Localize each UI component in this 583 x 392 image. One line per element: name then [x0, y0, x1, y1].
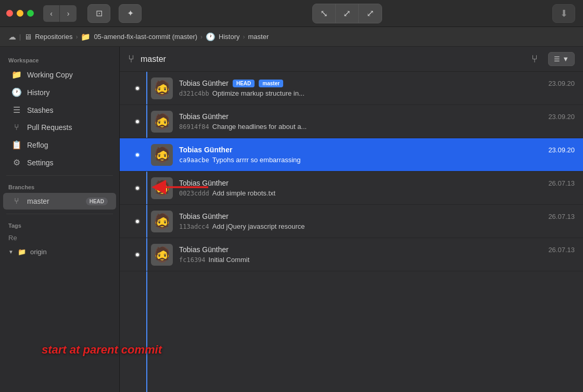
stash-icon: ☰ [11, 105, 22, 115]
branch-icon: ⑂ [11, 197, 22, 206]
reflog-icon: 📋 [11, 140, 22, 150]
timeline-dot-1 [135, 86, 140, 91]
breadcrumb-cloud[interactable]: ☁ [8, 32, 16, 42]
sidebar-item-stashes[interactable]: ☰ Stashes [3, 101, 116, 119]
fetch-button[interactable]: ⬇ [552, 4, 575, 23]
history-label: History [27, 88, 50, 97]
commit-author-1: Tobias Günther [179, 79, 229, 87]
timeline-dot-6 [135, 252, 140, 257]
commit-date-5: 26.07.13 [548, 213, 575, 220]
chevron-down-icon: ▼ [8, 249, 14, 255]
commit-detail-1: d321c4bb Optimize markup structure in... [179, 89, 575, 97]
remotes-label: Re [0, 231, 119, 245]
timeline-dot-5 [135, 219, 140, 224]
commit-message-2: Change headlines for about a... [212, 123, 307, 130]
commit-detail-5: 113adcc4 Add jQuery javascript resource [179, 223, 575, 230]
repositories-label: Repositories [35, 33, 72, 41]
workspace-section-title: Workspace [0, 53, 119, 66]
filter-button[interactable]: ☰ ▼ [548, 52, 575, 66]
commit-info-2: Tobias Günther 23.09.20 86914f84 Change … [179, 112, 575, 130]
graph-view-button[interactable]: ⑂ [527, 51, 542, 67]
titlebar: ‹ › ⊡ ✦ ⤡ ⤢ ⤢ ⬇ [0, 0, 583, 27]
magic-wand-button[interactable]: ✦ [119, 4, 142, 23]
avatar-face-2: 🧔 [153, 113, 171, 130]
stashes-label: Stashes [27, 106, 54, 114]
close-button[interactable] [6, 10, 13, 17]
sidebar-item-master[interactable]: ⑂ master HEAD [3, 193, 116, 210]
back-button[interactable]: ‹ [43, 5, 60, 22]
timeline-col-2 [128, 119, 147, 124]
sidebar-item-origin[interactable]: ▼ 📁 origin [0, 245, 119, 259]
breadcrumb-repo[interactable]: 📁 05-amend-fix-last-commit (master) [81, 32, 197, 42]
commit-info-5: Tobias Günther 26.07.13 113adcc4 Add jQu… [179, 212, 575, 230]
graph-button-2[interactable]: ⤢ [336, 4, 359, 23]
graph-button-3[interactable]: ⤢ [359, 4, 382, 23]
commit-row-4[interactable]: 🧔 Tobias Günther 26.07.13 0023cddd Add s… [120, 172, 583, 205]
settings-label: Settings [27, 159, 54, 167]
commit-info-6: Tobias Günther 26.07.13 fc16394 Initial … [179, 245, 575, 264]
commit-author-line-3: Tobias Günther 23.09.20 [179, 146, 575, 154]
breadcrumb-repositories[interactable]: 🖥 Repositories [24, 32, 72, 41]
commit-author-3: Tobias Günther [179, 146, 232, 154]
commit-author-line-2: Tobias Günther 23.09.20 [179, 112, 575, 121]
commit-row-2[interactable]: 🧔 Tobias Günther 23.09.20 86914f84 Chang… [120, 105, 583, 138]
chevron-icon: ▼ [562, 55, 569, 63]
red-arrow [151, 177, 213, 200]
sidebar-divider-1 [6, 175, 113, 176]
avatar-5: 🧔 [151, 211, 173, 232]
nav-button-group: ‹ › [43, 5, 77, 22]
gear-icon: ⚙ [11, 158, 22, 167]
sidebar-item-reflog[interactable]: 📋 Reflog [3, 136, 116, 153]
breadcrumb-history[interactable]: 🕐 History [206, 32, 239, 42]
commit-message-4: Add simple robots.txt [212, 189, 275, 197]
graph-button-1[interactable]: ⤡ [313, 4, 336, 23]
timeline-col-4 [128, 186, 147, 191]
arrow-svg [151, 177, 213, 198]
maximize-button[interactable] [27, 10, 34, 17]
content-branch-title: master [141, 55, 521, 64]
history-icon: 🕐 [11, 87, 22, 97]
commit-date-2: 23.09.20 [548, 113, 575, 121]
commit-hash-2: 86914f84 [179, 123, 209, 130]
commit-detail-4: 0023cddd Add simple robots.txt [179, 189, 575, 197]
sidebar-item-settings[interactable]: ⚙ Settings [3, 154, 116, 171]
commit-hash-1: d321c4bb [179, 90, 209, 97]
commit-info-4: Tobias Günther 26.07.13 0023cddd Add sim… [179, 179, 575, 197]
avatar-face-6: 🧔 [153, 246, 171, 263]
commit-detail-2: 86914f84 Change headlines for about a... [179, 123, 575, 130]
commit-message-3: Typohs arrrr so embarrassing [212, 156, 301, 164]
avatar-1: 🧔 [151, 77, 173, 99]
avatar-2: 🧔 [151, 111, 173, 133]
graph-buttons: ⤡ ⤢ ⤢ [312, 4, 382, 23]
commit-author-2: Tobias Günther [179, 112, 229, 121]
branches-section-title: Branches [0, 180, 119, 192]
pull-requests-label: Pull Requests [27, 123, 72, 132]
hamburger-icon: ☰ [554, 55, 560, 63]
avatar-face-1: 🧔 [153, 80, 171, 97]
commit-row-5[interactable]: 🧔 Tobias Günther 26.07.13 113adcc4 Add j… [120, 205, 583, 238]
minimize-button[interactable] [17, 10, 23, 17]
commit-row-6[interactable]: 🧔 Tobias Günther 26.07.13 fc16394 Initia… [120, 238, 583, 271]
drive-icon: 🖥 [24, 32, 32, 41]
sidebar: Workspace 📁 Working Copy 🕐 History ☰ Sta… [0, 47, 120, 392]
sidebar-item-working-copy[interactable]: 📁 Working Copy [3, 66, 116, 83]
forward-button[interactable]: › [60, 5, 77, 22]
content-area: ⑂ master ⑂ ☰ ▼ 🧔 Tobias Günt [120, 47, 583, 392]
timeline-dot-4 [135, 186, 140, 191]
badge-master-1: master [259, 80, 283, 87]
sidebar-item-pull-requests[interactable]: ⑂ Pull Requests [3, 119, 116, 136]
breadcrumb-sep-2: › [75, 33, 78, 41]
reflog-label: Reflog [27, 141, 48, 149]
screen-button[interactable]: ⊡ [87, 4, 110, 23]
sidebar-divider-2 [6, 214, 113, 214]
tags-section-title: Tags [0, 218, 119, 231]
clock-icon: 🕐 [206, 32, 216, 42]
timeline-col-1 [128, 86, 147, 91]
folder-icon: 📁 [11, 70, 22, 80]
commit-author-5: Tobias Günther [179, 212, 229, 220]
commit-author-line-4: Tobias Günther 26.07.13 [179, 179, 575, 187]
commit-date-4: 26.07.13 [548, 179, 575, 187]
sidebar-item-history[interactable]: 🕐 History [3, 84, 116, 101]
commit-row-3[interactable]: 🧔 Tobias Günther 23.09.20 ca9aacbe Typoh… [120, 138, 583, 172]
commit-row[interactable]: 🧔 Tobias Günther HEAD master 23.09.20 d3… [120, 72, 583, 105]
